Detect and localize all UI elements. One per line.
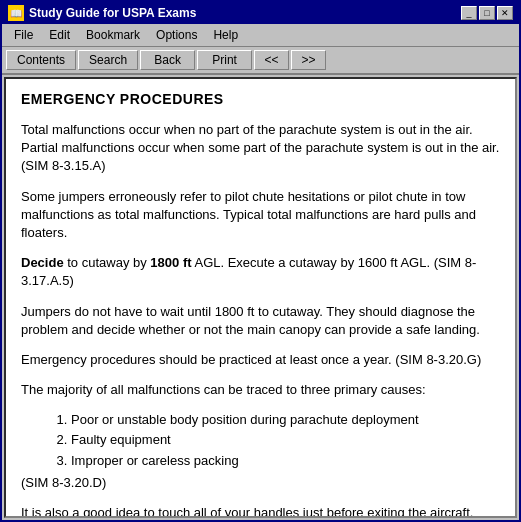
- main-window: 📖 Study Guide for USPA Exams _ □ ✕ File …: [0, 0, 521, 522]
- list-item-1: Poor or unstable body position during pa…: [71, 411, 500, 429]
- decide-ft-bold: 1800 ft: [150, 255, 191, 270]
- minimize-button[interactable]: _: [461, 6, 477, 20]
- contents-button[interactable]: Contents: [6, 50, 76, 70]
- print-button[interactable]: Print: [197, 50, 252, 70]
- menu-bookmark[interactable]: Bookmark: [78, 26, 148, 44]
- window-title: Study Guide for USPA Exams: [29, 6, 196, 20]
- paragraph-1: Total malfunctions occur when no part of…: [21, 121, 500, 176]
- page-heading: EMERGENCY PROCEDURES: [21, 91, 500, 107]
- list-item-2: Faulty equipment: [71, 431, 500, 449]
- app-icon: 📖: [8, 5, 24, 21]
- title-bar: 📖 Study Guide for USPA Exams _ □ ✕: [2, 2, 519, 24]
- toolbar: Contents Search Back Print << >>: [2, 47, 519, 75]
- list-item-3: Improper or careless packing: [71, 452, 500, 470]
- menu-help[interactable]: Help: [205, 26, 246, 44]
- content-area: EMERGENCY PROCEDURES Total malfunctions …: [4, 77, 517, 518]
- paragraph-6: The majority of all malfunctions can be …: [21, 381, 500, 399]
- title-bar-controls: _ □ ✕: [461, 6, 513, 20]
- sim-ref: (SIM 8-3.20.D): [21, 474, 500, 492]
- next-button[interactable]: >>: [291, 50, 326, 70]
- title-bar-left: 📖 Study Guide for USPA Exams: [8, 5, 196, 21]
- paragraph-4: Jumpers do not have to wait until 1800 f…: [21, 303, 500, 339]
- paragraph-last: It is also a good idea to touch all of y…: [21, 504, 500, 518]
- paragraph-decide: Decide to cutaway by 1800 ft AGL. Execut…: [21, 254, 500, 290]
- menu-file[interactable]: File: [6, 26, 41, 44]
- paragraph-2: Some jumpers erroneously refer to pilot …: [21, 188, 500, 243]
- back-button[interactable]: Back: [140, 50, 195, 70]
- maximize-button[interactable]: □: [479, 6, 495, 20]
- causes-list: Poor or unstable body position during pa…: [71, 411, 500, 470]
- decide-bold: Decide: [21, 255, 64, 270]
- prev-button[interactable]: <<: [254, 50, 289, 70]
- menu-edit[interactable]: Edit: [41, 26, 78, 44]
- paragraph-5: Emergency procedures should be practiced…: [21, 351, 500, 369]
- menu-bar: File Edit Bookmark Options Help: [2, 24, 519, 47]
- close-button[interactable]: ✕: [497, 6, 513, 20]
- menu-options[interactable]: Options: [148, 26, 205, 44]
- search-button[interactable]: Search: [78, 50, 138, 70]
- decide-rest1: to cutaway by: [64, 255, 151, 270]
